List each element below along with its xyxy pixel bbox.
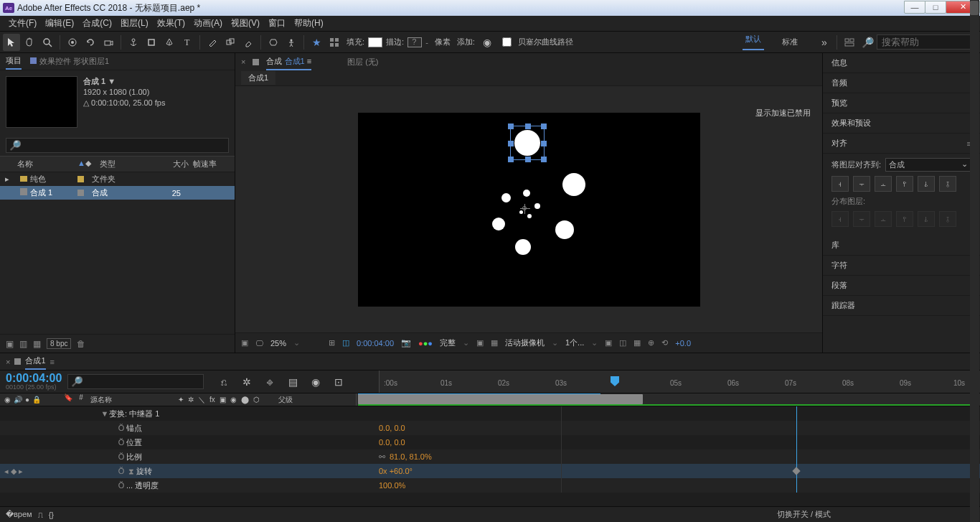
fill-swatch[interactable]	[368, 37, 382, 47]
property-value[interactable]: 100.0%	[379, 481, 479, 490]
maximize-button[interactable]: □	[925, 1, 946, 14]
workspace-standard[interactable]: 标准	[779, 37, 801, 47]
tab-layer-none[interactable]: 图层 (无)	[347, 55, 378, 70]
timeline-search[interactable]	[67, 374, 204, 389]
align-vcenter-icon[interactable]: ⫰	[918, 176, 935, 192]
vf-icon-c[interactable]: ▦	[633, 338, 641, 348]
safe-zones-icon[interactable]: ⊞	[329, 338, 335, 348]
panel-preview[interactable]: 预览	[823, 93, 980, 113]
monitor-icon[interactable]: ▣	[241, 338, 248, 348]
vf-icon-b[interactable]: ◫	[619, 338, 626, 348]
align-hcenter-icon[interactable]: ⫟	[853, 176, 870, 192]
comp-breadcrumb[interactable]: 合成1	[241, 71, 275, 85]
menu-help[interactable]: 帮助(H)	[290, 15, 328, 32]
mask-icon[interactable]: ◫	[342, 338, 349, 348]
timeline-property-row[interactable]: Ŏ比例⚯81.0, 81.0%	[0, 449, 980, 464]
hand-tool[interactable]	[21, 34, 38, 51]
zoom-tool[interactable]	[39, 34, 56, 51]
stroke-swatch[interactable]	[407, 37, 422, 47]
channel-icon[interactable]: ●●●	[418, 339, 433, 348]
panel-align[interactable]: 对齐≡	[823, 134, 980, 154]
zoom-dropdown[interactable]: 25%	[270, 339, 286, 348]
tl-foot-icon-2[interactable]: ⎍	[38, 511, 43, 519]
snapshot-icon[interactable]: 📷	[401, 338, 411, 348]
project-row-folder[interactable]: ▸纯色 文件夹	[0, 172, 235, 186]
timeline-property-row[interactable]: Ŏ位置0.0, 0.0	[0, 435, 980, 449]
panel-effects[interactable]: 效果和预设	[823, 113, 980, 134]
timeline-tab[interactable]: 合成1	[25, 353, 45, 370]
project-search[interactable]	[6, 138, 229, 153]
tab-composition[interactable]: 合成 合成1 ≡	[266, 54, 311, 70]
workspace-default[interactable]: 默认	[743, 34, 764, 50]
eraser-tool[interactable]	[240, 34, 257, 51]
time-ruler[interactable]: :00s 01s 02s 03s 05s 06s 07s 08s 09s 10s	[379, 370, 980, 393]
resolution-dropdown[interactable]: 完整	[440, 337, 456, 348]
pen-tool[interactable]	[161, 34, 178, 51]
transparency-icon[interactable]: ▦	[491, 338, 498, 348]
stopwatch-icon[interactable]: Ŏ	[116, 467, 126, 475]
grid-icon[interactable]	[326, 34, 343, 51]
roi-icon[interactable]: ▣	[476, 338, 484, 348]
bpc-button[interactable]: 8 bpc	[47, 338, 71, 349]
timeline-vscroll[interactable]	[970, 1, 979, 15]
workspace-menu-icon[interactable]	[841, 34, 858, 51]
trash-icon[interactable]: 🗑	[77, 339, 85, 349]
interpret-icon[interactable]: ▣	[6, 339, 14, 349]
timeline-timecode[interactable]: 0:00:04:00	[6, 373, 62, 383]
bezier-checkbox[interactable]	[502, 37, 512, 47]
panel-info[interactable]: 信息	[823, 53, 980, 73]
panel-audio[interactable]: 音频	[823, 73, 980, 93]
tl-icon-3[interactable]: ⎆	[261, 373, 278, 391]
timeline-property-row[interactable]: Ŏ... 透明度100.0%	[0, 478, 980, 493]
timeline-property-row[interactable]: Ŏ锚点0.0, 0.0	[0, 421, 980, 435]
panel-tracker[interactable]: 跟踪器	[823, 296, 980, 316]
project-row-comp[interactable]: 合成 1 合成 25	[0, 186, 235, 200]
tl-foot-icon-1[interactable]: �врем	[6, 510, 32, 519]
tl-icon-6[interactable]: ⊡	[330, 373, 347, 391]
comp-new-icon[interactable]: ▦	[33, 339, 41, 349]
align-left-icon[interactable]: ⫞	[831, 176, 849, 192]
tl-icon-2[interactable]: ✲	[238, 373, 255, 391]
anchor-tool[interactable]	[125, 34, 142, 51]
orbit-tool[interactable]	[64, 34, 81, 51]
menu-effect[interactable]: 效果(T)	[153, 15, 189, 32]
align-bottom-icon[interactable]: ⫱	[939, 176, 956, 192]
minimize-button[interactable]: —	[904, 1, 925, 14]
menu-layer[interactable]: 图层(L)	[116, 15, 153, 32]
menu-view[interactable]: 视图(V)	[227, 15, 264, 32]
views-dropdown[interactable]: 1个...	[565, 337, 584, 348]
menu-composition[interactable]: 合成(C)	[78, 15, 116, 32]
align-right-icon[interactable]: ⫠	[875, 176, 892, 192]
menu-edit[interactable]: 编辑(E)	[41, 15, 78, 32]
text-tool[interactable]: T	[179, 34, 196, 51]
stopwatch-icon[interactable]: Ŏ	[116, 424, 126, 432]
playhead[interactable]	[611, 376, 619, 386]
vf-icon-d[interactable]: ⊕	[648, 338, 654, 348]
roto-tool[interactable]	[265, 34, 282, 51]
comp-thumbnail[interactable]	[6, 76, 77, 128]
current-time[interactable]: 0:00:04:00	[357, 339, 394, 348]
tl-icon-1[interactable]: ⎌	[215, 373, 232, 391]
menu-file[interactable]: 文件(F)	[4, 15, 41, 32]
rotation-tool[interactable]	[82, 34, 99, 51]
camera-dropdown[interactable]: 活动摄像机	[505, 337, 545, 348]
keyframe-diamond[interactable]	[792, 467, 800, 475]
clone-tool[interactable]	[222, 34, 239, 51]
display-icon[interactable]: 🖵	[255, 339, 263, 348]
vf-icon-a[interactable]: ▣	[605, 338, 612, 348]
workspace-overflow-icon[interactable]: »	[816, 34, 833, 51]
panel-character[interactable]: 字符	[823, 256, 980, 276]
panel-paragraph[interactable]: 段落	[823, 276, 980, 296]
panel-library[interactable]: 库	[823, 236, 980, 256]
camera-tool[interactable]	[100, 34, 117, 51]
puppet-tool[interactable]	[283, 34, 300, 51]
switch-modes-button[interactable]: 切换开关 / 模式	[777, 509, 831, 520]
timeline-property-row[interactable]: ◂ ◆ ▸Ŏ⧗旋转0x +60.0°	[0, 464, 980, 478]
tl-icon-5[interactable]: ◉	[307, 373, 324, 391]
tl-foot-icon-3[interactable]: {}	[49, 511, 54, 519]
menu-window[interactable]: 窗口	[264, 15, 290, 32]
stopwatch-icon[interactable]: Ŏ	[116, 452, 126, 461]
property-value[interactable]: 0x +60.0°	[379, 467, 479, 475]
property-value[interactable]: 0.0, 0.0	[379, 424, 479, 432]
tab-effect-controls[interactable]: 效果控件 形状图层1	[30, 54, 109, 69]
